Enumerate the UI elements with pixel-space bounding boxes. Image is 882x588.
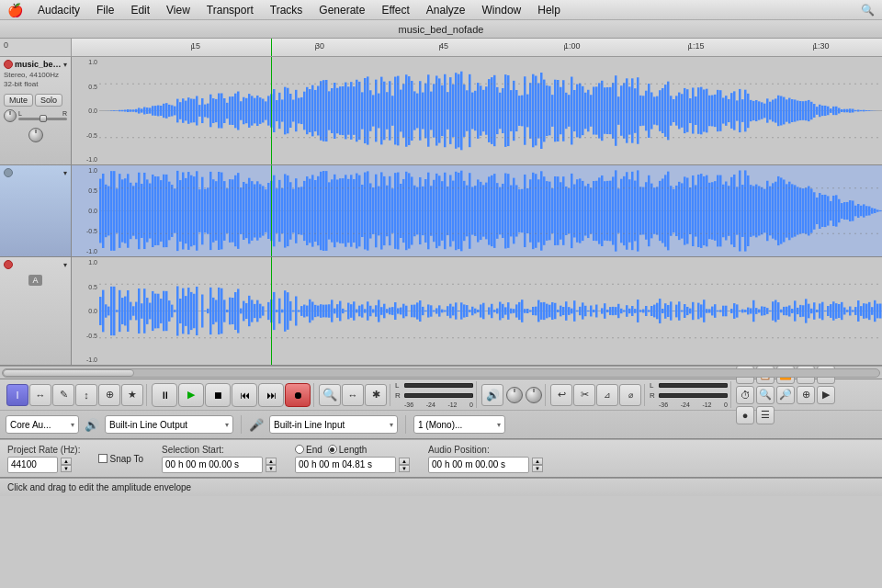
track-dropdown-icon-3[interactable]: ▾ [63,261,67,269]
sel-start-up[interactable]: ▲ [266,458,277,465]
channel-select[interactable]: 1 (Mono)... ▾ [413,415,505,434]
timeline-ruler[interactable]: 0 15 30 45 1:00 1:15 1:30 [0,39,882,57]
selection-start-input[interactable]: 00 h 00 m 00.00 s [162,457,263,473]
edit-btn-9[interactable]: ⊕ [797,386,815,404]
record-button[interactable]: ⏺ [285,383,311,407]
cut-btn[interactable]: ✂ [573,384,595,406]
audio-pos-down[interactable]: ▼ [532,465,543,472]
project-rate-up[interactable]: ▲ [61,458,72,465]
edit-btn-12[interactable]: ☰ [756,406,775,424]
tool-zoom[interactable]: ↕ [75,384,97,406]
menu-analyze[interactable]: Analyze [419,2,473,18]
input-device-select[interactable]: Built-in Line Input ▾ [269,415,398,434]
tool-select[interactable]: I [6,384,28,406]
menu-tracks[interactable]: Tracks [263,2,311,18]
ruler-marks[interactable]: 15 30 45 1:00 1:15 1:30 [72,39,882,56]
input-meter-group: L R -36 -24 -12 0 [392,381,477,408]
end-value-input[interactable]: 00 h 00 m 04.81 s [295,457,396,473]
project-rate-down[interactable]: ▼ [61,465,72,472]
pause-button[interactable]: ⏸ [152,383,177,407]
track-dropdown-icon-1[interactable]: ▾ [63,61,67,69]
tool-extra[interactable]: ✱ [365,384,387,406]
track-waveform-1[interactable]: 1.0 0.5 0.0 -0.5 -1.0 [72,57,882,164]
track-waveform-3[interactable]: 1.0 0.5 0.0 -0.5 -1.0 [72,257,882,365]
pan-knob[interactable] [526,387,542,403]
sel-start-down[interactable]: ▼ [266,465,277,472]
audio-host-select[interactable]: Core Au... ▾ [6,415,79,434]
solo-button-1[interactable]: Solo [35,94,62,107]
lr-slider-thumb-1[interactable] [40,115,47,122]
menu-file[interactable]: File [89,2,121,18]
track-name-row-2: ▾ [4,168,67,177]
menu-audacity[interactable]: Audacity [30,2,87,18]
scrollbar-track[interactable] [2,368,880,378]
track-waveform-2[interactable]: 1.0 0.5 0.0 -0.5 -1.0 [72,165,882,256]
search-icon[interactable]: 🔍 [861,4,875,17]
output-device-select[interactable]: Built-in Line Output ▾ [105,415,233,434]
track-a-button-3[interactable]: A [28,275,41,286]
edit-btn-7[interactable]: 🔍 [756,386,775,404]
scrollbar-thumb[interactable] [3,369,134,377]
selection-start-stepper[interactable]: ▲ ▼ [266,458,277,472]
tick-0: 0 [469,401,473,408]
menu-help[interactable]: Help [530,2,568,18]
snap-checkbox-box[interactable] [98,454,107,463]
menu-generate[interactable]: Generate [311,2,372,18]
menu-view[interactable]: View [159,2,198,18]
length-radio[interactable]: Length [328,445,368,455]
audio-position-input[interactable]: 00 h 00 m 00.00 s [428,457,529,473]
silence-btn[interactable]: ⌀ [619,384,641,406]
track-close-button-2[interactable] [4,168,13,177]
track-controls-1: music_bed_ ▾ Stereo, 44100Hz 32-bit floa… [0,57,72,164]
project-rate-stepper[interactable]: ▲ ▼ [61,458,72,472]
ruler-playhead [271,39,272,56]
tool-multi[interactable]: ★ [121,384,143,406]
tool-timeshift[interactable]: ⊕ [98,384,120,406]
snap-checkbox[interactable]: Snap To [98,454,143,464]
loop-btn[interactable]: ↩ [550,384,572,406]
mute-button-1[interactable]: Mute [4,94,33,107]
edit-btn-8[interactable]: 🔎 [776,386,795,404]
tool-draw[interactable]: ✎ [52,384,74,406]
snap-field: Snap To [98,454,143,464]
track-close-button-1[interactable] [4,60,13,69]
play-button[interactable]: ▶ [178,383,204,407]
edit-btn-6[interactable]: ⏱ [736,386,754,404]
audio-pos-up[interactable]: ▲ [532,458,543,465]
out-tick-24: -24 [681,401,690,408]
audio-position-value-row: 00 h 00 m 00.00 s ▲ ▼ [428,457,543,473]
input-lr-row: L [395,381,473,390]
menu-effect[interactable]: Effect [374,2,416,18]
ruler-mark-60: 1:00 [564,39,581,51]
menu-window[interactable]: Window [475,2,529,18]
volume-knob[interactable] [506,387,523,403]
length-radio-circle[interactable] [328,445,337,454]
end-down[interactable]: ▼ [399,465,410,472]
gain-knob-1[interactable] [4,109,17,122]
track-dropdown-icon-2[interactable]: ▾ [63,169,67,177]
waveform-canvas-2 [72,165,882,256]
skip-forward-button[interactable]: ⏭ [258,383,284,407]
project-rate-input[interactable]: 44100 [7,457,58,473]
end-stepper[interactable]: ▲ ▼ [399,458,410,472]
stop-button[interactable]: ⏹ [205,383,231,407]
track-close-button-3[interactable] [4,260,13,269]
end-radio[interactable]: End [295,445,322,455]
zoom-in-btn[interactable]: 🔍 [319,384,341,406]
edit-btn-10[interactable]: ▶ [817,386,835,404]
pan-knob-1[interactable] [28,128,43,142]
end-up[interactable]: ▲ [399,458,410,465]
zoom-out-btn[interactable]: ↔ [342,384,364,406]
tool-envelope[interactable]: ↔ [29,384,51,406]
trim-btn[interactable]: ⊿ [596,384,618,406]
lr-slider-1: L R [18,110,67,120]
scrollbar-area[interactable] [0,366,882,379]
end-radio-circle[interactable] [295,445,304,454]
edit-btn-11[interactable]: ● [736,406,754,424]
lr-slider-bar-1[interactable] [18,118,67,120]
skip-back-button[interactable]: ⏮ [232,383,257,407]
menu-edit[interactable]: Edit [123,2,157,18]
menu-transport[interactable]: Transport [199,2,261,18]
audio-position-stepper[interactable]: ▲ ▼ [532,458,543,472]
track-row-1: music_bed_ ▾ Stereo, 44100Hz 32-bit floa… [0,57,882,165]
